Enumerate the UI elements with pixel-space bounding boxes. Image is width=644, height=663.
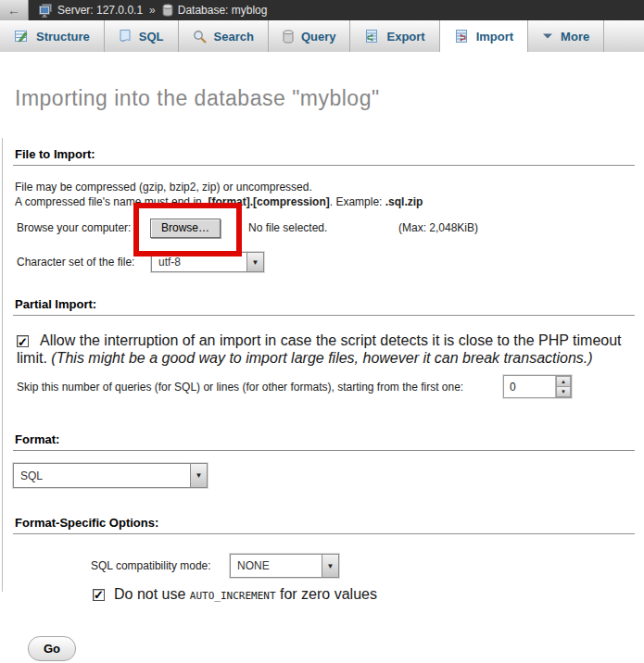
auto-increment-checkbox[interactable] xyxy=(93,589,105,601)
section-heading-file-to-import: File to Import: xyxy=(13,147,635,166)
server-icon xyxy=(38,4,53,18)
skip-queries-label: Skip this number of queries (for SQL) or… xyxy=(17,375,463,399)
sql-compat-row: SQL compatibility mode: NONE ▼ xyxy=(13,554,635,578)
tab-label: More xyxy=(561,30,589,44)
compression-line: File may be compressed (gzip, bzip2, zip… xyxy=(15,180,635,194)
sql-compat-selected-value: NONE xyxy=(231,555,322,577)
charset-row: Character set of the file: utf-8 ▼ xyxy=(13,252,635,272)
auto-increment-row: Do not use AUTO_INCREMENT for zero value… xyxy=(13,586,635,605)
tab-query[interactable]: Query xyxy=(269,20,351,52)
sql-compat-label: SQL compatibility mode: xyxy=(91,554,211,578)
file-import-description: File may be compressed (gzip, bzip2, zip… xyxy=(13,180,635,209)
breadcrumb-server[interactable]: Server: 127.0.0.1 xyxy=(57,4,143,17)
charset-label: Character set of the file: xyxy=(17,252,134,272)
query-database-icon xyxy=(283,30,294,44)
browse-row: Browse your computer: Browse… No file se… xyxy=(13,218,635,238)
sql-page-icon xyxy=(119,29,132,44)
breadcrumb-bar: ← Server: 127.0.0.1 » Database: myblog xyxy=(0,0,644,20)
chevron-down-icon: ▼ xyxy=(190,464,207,487)
browse-label: Browse your computer: xyxy=(17,218,131,238)
database-icon xyxy=(162,4,173,17)
tab-label: Search xyxy=(214,30,254,44)
stepper-up-button[interactable]: ▲ xyxy=(556,376,571,386)
tab-label: Structure xyxy=(36,30,90,44)
back-button[interactable]: ← xyxy=(0,0,29,20)
section-heading-partial-import: Partial Import: xyxy=(13,297,635,316)
go-button[interactable]: Go xyxy=(28,636,76,661)
tab-search[interactable]: Search xyxy=(179,20,269,52)
browse-button[interactable]: Browse… xyxy=(150,219,221,238)
tab-sql[interactable]: SQL xyxy=(105,20,179,52)
chevron-down-icon xyxy=(542,32,553,40)
skip-queries-stepper[interactable]: 0 ▲ ▼ xyxy=(503,375,572,398)
search-icon xyxy=(193,30,207,44)
format-select[interactable]: SQL ▼ xyxy=(13,463,208,488)
stepper-down-button[interactable]: ▼ xyxy=(556,386,571,397)
charset-select[interactable]: utf-8 ▼ xyxy=(151,252,264,272)
section-heading-format-options: Format-Specific Options: xyxy=(13,516,635,534)
skip-queries-value: 0 xyxy=(504,376,555,397)
stepper-buttons: ▲ ▼ xyxy=(555,376,571,397)
chevron-down-icon: ▼ xyxy=(246,253,263,271)
example-token: .sql.zip xyxy=(385,195,423,208)
back-arrow-icon: ← xyxy=(7,3,20,18)
left-border-rule xyxy=(2,138,3,592)
charset-selected-value: utf-8 xyxy=(152,253,246,271)
allow-interrupt-note: (This might be a good way to import larg… xyxy=(51,350,592,366)
max-upload-size: (Max: 2,048KiB) xyxy=(398,218,478,238)
auto-increment-text: Do not use AUTO_INCREMENT for zero value… xyxy=(114,586,377,602)
tab-label: Query xyxy=(301,30,336,44)
tab-label: Export xyxy=(386,30,424,44)
allow-interrupt-checkbox[interactable] xyxy=(17,335,29,347)
export-icon xyxy=(364,29,379,44)
tab-bar: Structure SQL Search Query xyxy=(0,20,644,52)
naming-line: A compressed file's name must end in .[f… xyxy=(15,194,635,209)
format-compression-token: .[format].[compression] xyxy=(205,195,330,208)
tab-label: Import xyxy=(476,30,513,44)
page-title: Importing into the database "myblog" xyxy=(15,86,635,111)
breadcrumb-database[interactable]: Database: myblog xyxy=(178,4,268,17)
chevron-down-icon: ▼ xyxy=(322,555,338,577)
main-content: Importing into the database "myblog" Fil… xyxy=(0,86,644,661)
no-file-selected-text: No file selected. xyxy=(248,218,327,238)
format-selected-value: SQL xyxy=(14,464,190,487)
import-icon xyxy=(454,29,469,44)
section-heading-format: Format: xyxy=(13,432,635,451)
breadcrumb-separator: » xyxy=(149,4,156,17)
allow-interrupt-row: Allow the interruption of an import in c… xyxy=(13,332,632,367)
auto-increment-code: AUTO_INCREMENT xyxy=(190,590,276,602)
skip-queries-row: Skip this number of queries (for SQL) or… xyxy=(13,375,635,399)
structure-icon xyxy=(14,29,29,44)
tab-export[interactable]: Export xyxy=(350,20,439,52)
tab-more[interactable]: More xyxy=(528,20,604,52)
tab-label: SQL xyxy=(139,30,164,44)
tab-import[interactable]: Import xyxy=(440,20,528,52)
sql-compat-select[interactable]: NONE ▼ xyxy=(230,554,339,578)
tab-structure[interactable]: Structure xyxy=(0,20,105,52)
